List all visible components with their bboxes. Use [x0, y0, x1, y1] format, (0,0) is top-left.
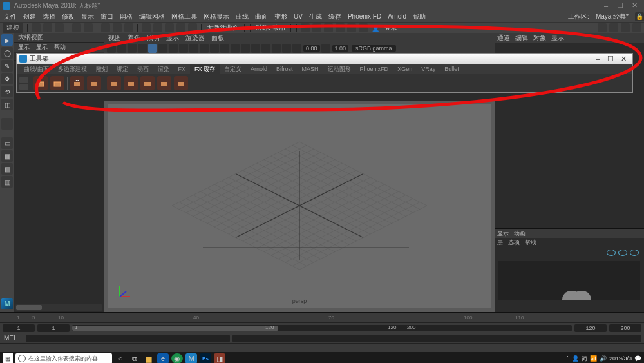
- shelf-tab-fxcache[interactable]: FX 缓存: [190, 64, 220, 75]
- range-startrange-field[interactable]: 1: [37, 324, 70, 332]
- vp-textured-icon[interactable]: [210, 44, 219, 53]
- menu-deform[interactable]: 变形: [274, 12, 287, 21]
- taskbar-clock[interactable]: 2019/3/3: [609, 356, 632, 362]
- signin-label[interactable]: 登录: [383, 23, 399, 32]
- scale-tool[interactable]: ◫: [1, 99, 13, 110]
- menu-curves[interactable]: 曲线: [236, 12, 249, 21]
- layer-tab-display[interactable]: 显示: [497, 230, 509, 238]
- tray-ime-icon[interactable]: 简: [582, 355, 587, 363]
- shelf-titlebar[interactable]: 工具架 – ☐ ✕: [17, 54, 632, 64]
- menu-display[interactable]: 显示: [81, 12, 94, 21]
- outliner-menu-display[interactable]: 显示: [18, 43, 30, 52]
- outliner-scrollbar[interactable]: [15, 304, 102, 311]
- symmetry-label[interactable]: 对称: 禁用: [254, 23, 287, 32]
- layer-eye-icon-3[interactable]: [630, 250, 639, 256]
- open-scene-icon[interactable]: [43, 23, 52, 32]
- menu-meshtools[interactable]: 网格工具: [171, 12, 197, 21]
- shelf-tab-render[interactable]: 渲染: [153, 64, 174, 75]
- shelf-geocache-4-icon[interactable]: [157, 76, 171, 90]
- toggle-panel-3[interactable]: [621, 23, 630, 32]
- vp-lights-icon[interactable]: [220, 44, 229, 53]
- vp-gate-mask-icon[interactable]: [179, 44, 188, 53]
- vp-exposure-field[interactable]: 0.00: [303, 45, 320, 52]
- shelf-floating-window[interactable]: 工具架 – ☐ ✕ 曲线/曲面 多边形建模 雕刻 绑定 动画 渲染 FX FX …: [16, 53, 633, 93]
- taskview-icon[interactable]: ⧉: [129, 353, 140, 363]
- vp-menu-lighting[interactable]: 照明: [147, 34, 160, 43]
- tray-volume-icon[interactable]: 🔊: [600, 355, 607, 362]
- viewport-panel[interactable]: persp: [104, 101, 495, 312]
- layer-eye-icon-1[interactable]: [607, 250, 616, 256]
- render-icon[interactable]: [301, 23, 310, 32]
- vp-aa-icon[interactable]: [282, 44, 291, 53]
- start-button[interactable]: ⊞: [3, 353, 13, 363]
- undo-icon[interactable]: [72, 23, 81, 32]
- vp-wireframe-icon[interactable]: [189, 44, 198, 53]
- lasso-select-tool[interactable]: ◯: [1, 47, 13, 59]
- shelf-tab-bullet[interactable]: Bullet: [440, 64, 464, 74]
- vp-shaded-icon[interactable]: [200, 44, 209, 53]
- light-icon[interactable]: [359, 23, 368, 32]
- move-tool[interactable]: ✥: [1, 73, 13, 84]
- range-thumb[interactable]: [72, 326, 278, 331]
- menu-modify[interactable]: 修改: [62, 12, 75, 21]
- view-four[interactable]: ▦: [1, 150, 13, 162]
- snap-live-icon[interactable]: [188, 23, 197, 32]
- shelf-fluidcache-1-icon[interactable]: [33, 76, 48, 90]
- mel-label[interactable]: MEL: [0, 335, 23, 342]
- menu-surfaces[interactable]: 曲面: [255, 12, 268, 21]
- minimize-button[interactable]: –: [599, 2, 613, 10]
- menu-help[interactable]: 帮助: [413, 12, 426, 21]
- layer-tab-anim[interactable]: 动画: [514, 230, 526, 238]
- vp-imageplane-icon[interactable]: [128, 44, 137, 53]
- snap-curve-icon[interactable]: [153, 23, 162, 32]
- tray-up-icon[interactable]: ˄: [566, 355, 569, 362]
- layer-menu-options[interactable]: 选项: [508, 239, 520, 247]
- shelf-tab-rigging[interactable]: 绑定: [112, 64, 133, 75]
- cb-menu-show[interactable]: 显示: [551, 34, 564, 43]
- toggle-panel-2[interactable]: [609, 23, 618, 32]
- menu-file[interactable]: 文件: [4, 12, 17, 21]
- vp-bookmarks-icon[interactable]: [117, 44, 126, 53]
- shelf-tab-arnold[interactable]: Arnold: [246, 64, 272, 74]
- shelf-geocache-5-icon[interactable]: [174, 76, 188, 90]
- maximize-button[interactable]: ☐: [613, 1, 627, 10]
- paint-tool-icon[interactable]: [124, 23, 133, 32]
- shelf-geocache-2-icon[interactable]: [124, 76, 138, 90]
- redo-icon[interactable]: [84, 23, 93, 32]
- shelf-geocache-3-icon[interactable]: [140, 76, 155, 90]
- cb-menu-channels[interactable]: 通道: [497, 34, 510, 43]
- shelf-trash-icon[interactable]: [19, 84, 28, 90]
- shelf-maximize-button[interactable]: ☐: [604, 55, 617, 63]
- range-track[interactable]: 1 120 120 200: [72, 325, 572, 331]
- menu-set-dropdown[interactable]: 建模: [3, 23, 23, 33]
- photoshop-icon[interactable]: Ps: [200, 353, 211, 363]
- vp-motionblur-icon[interactable]: [272, 44, 281, 53]
- menu-mesh[interactable]: 网格: [120, 12, 133, 21]
- vp-menu-view[interactable]: 视图: [108, 34, 121, 43]
- shelf-fluidcache-2-icon[interactable]: [50, 76, 64, 90]
- maya-task-icon[interactable]: M: [185, 353, 197, 363]
- account-icon[interactable]: 👤: [370, 25, 381, 32]
- menu-select[interactable]: 选择: [43, 12, 55, 21]
- new-scene-icon[interactable]: [32, 23, 41, 32]
- close-button[interactable]: ✕: [627, 1, 641, 10]
- tray-people-icon[interactable]: 👤: [572, 355, 579, 362]
- vp-shadows-icon[interactable]: [231, 44, 240, 53]
- snap-plane-icon[interactable]: [176, 23, 185, 32]
- view-single[interactable]: ▭: [1, 137, 13, 149]
- system-tray[interactable]: ˄ 👤 简 📶 🔊 2019/3/3 💬: [566, 355, 641, 363]
- shelf-tab-poly[interactable]: 多边形建模: [53, 64, 91, 75]
- range-end-field[interactable]: 200: [609, 324, 641, 332]
- shelf-settings-icon[interactable]: [19, 77, 28, 83]
- snap-point-icon[interactable]: [165, 23, 174, 32]
- menu-generate[interactable]: 生成: [309, 12, 322, 21]
- snap-grid-icon[interactable]: [142, 23, 151, 32]
- shelf-tab-phoenix[interactable]: PhoenixFD: [355, 64, 393, 74]
- lock-icon[interactable]: 🔒: [635, 12, 644, 21]
- vp-2d-pan-icon[interactable]: [138, 44, 147, 53]
- shelf-minimize-button[interactable]: –: [591, 55, 604, 63]
- vp-gamma-field[interactable]: 1.00: [332, 45, 349, 52]
- cortana-icon[interactable]: ○: [115, 353, 126, 363]
- taskbar-search[interactable]: 在这里输入你要搜索的内容: [15, 353, 112, 363]
- shelf-tab-mash[interactable]: MASH: [298, 64, 323, 74]
